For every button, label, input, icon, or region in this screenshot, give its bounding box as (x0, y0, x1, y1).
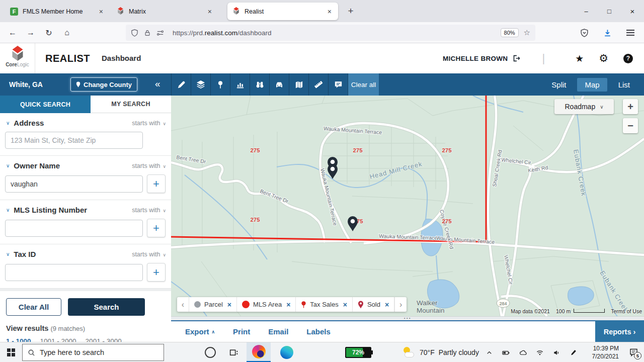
chip-mls-area[interactable]: MLS Area × (237, 297, 296, 312)
weather-widget[interactable]: 70°F Partly cloudy (403, 342, 479, 362)
reload-button[interactable]: ↻ (41, 25, 56, 40)
draw-pencil-icon[interactable] (172, 73, 191, 96)
add-owner-name-button[interactable]: + (147, 174, 166, 193)
operator-dropdown[interactable]: starts with∨ (132, 120, 166, 127)
permissions-icon[interactable] (156, 29, 164, 37)
chips-scroll-right[interactable]: › (394, 297, 407, 312)
operator-dropdown[interactable]: starts with∨ (132, 207, 166, 214)
collapse-sidebar-button[interactable]: « (155, 73, 160, 95)
window-close-button[interactable]: × (621, 0, 644, 22)
pin-drop-icon[interactable] (211, 73, 230, 96)
chevron-down-icon[interactable]: ∨ (6, 163, 10, 168)
add-mls-number-button[interactable]: + (147, 219, 166, 237)
cortana-button[interactable] (200, 342, 220, 362)
bookmark-star-icon[interactable]: ☆ (524, 28, 530, 37)
speaker-icon[interactable] (552, 349, 560, 356)
user-name[interactable]: MICHELLE BROWN (443, 55, 508, 62)
firefox-taskbar-button[interactable] (247, 342, 271, 362)
remove-chip-icon[interactable]: × (227, 301, 231, 309)
chip-parcel[interactable]: Parcel × (189, 297, 237, 312)
measure-ruler-icon[interactable] (309, 73, 329, 96)
drive-time-car-icon[interactable] (270, 73, 289, 96)
map-svg[interactable]: Bent Tree Dr Bent Tree Dr Wauka Mountain… (171, 96, 644, 316)
chip-sold[interactable]: Sold × (353, 297, 394, 312)
nav-dashboard[interactable]: Dashboard (102, 43, 141, 73)
view-list-button[interactable]: List (612, 78, 636, 92)
onedrive-cloud-icon[interactable] (519, 349, 527, 356)
chips-scroll-left[interactable]: ‹ (177, 297, 189, 312)
chip-tax-sales[interactable]: Tax Sales × (296, 297, 353, 312)
reports-button[interactable]: Reports› (595, 320, 644, 343)
view-map-button[interactable]: Map (577, 78, 607, 92)
zoom-out-button[interactable]: − (623, 118, 638, 133)
taskbar-clock[interactable]: 10:39 PM 7/20/2021 (583, 342, 619, 362)
tab-close-icon[interactable]: × (206, 8, 213, 16)
change-county-button[interactable]: Change County (70, 77, 137, 92)
tab-quick-search[interactable]: QUICK SEARCH (0, 96, 91, 113)
search-button[interactable]: Search (68, 298, 145, 316)
zoom-in-button[interactable]: + (623, 99, 638, 114)
zoom-level-badge[interactable]: 80% (501, 28, 519, 37)
chevron-down-icon[interactable]: ∨ (6, 120, 10, 126)
window-minimize-button[interactable]: – (575, 0, 598, 22)
folded-map-icon[interactable] (289, 73, 309, 96)
back-button[interactable]: ← (5, 25, 20, 40)
chevron-down-icon[interactable]: ∨ (6, 207, 10, 213)
tab-close-icon[interactable]: × (326, 8, 333, 16)
chevron-down-icon[interactable]: ∨ (6, 251, 10, 257)
favorites-star-icon[interactable]: ★ (575, 53, 584, 64)
url-bar[interactable]: https://prd.realist.com/dashboard 80% ☆ (126, 25, 535, 41)
binoculars-icon[interactable] (250, 73, 270, 96)
panel-splitter[interactable]: ⋯ (171, 316, 644, 320)
protections-shield-icon[interactable] (577, 25, 592, 40)
mls-number-input[interactable] (5, 220, 143, 237)
operator-dropdown[interactable]: starts with∨ (132, 251, 166, 258)
home-button[interactable]: ⌂ (59, 25, 74, 40)
url-text[interactable]: https://prd.realist.com/dashboard (173, 29, 272, 37)
task-view-button[interactable] (223, 342, 244, 362)
comment-bubble-icon[interactable] (329, 73, 348, 96)
chart-icon[interactable] (230, 73, 250, 96)
wifi-icon[interactable] (536, 349, 544, 356)
add-tax-id-button[interactable]: + (147, 263, 166, 282)
tab-fmls[interactable]: F FMLS Member Home × (5, 3, 110, 20)
clear-all-button[interactable]: Clear All (6, 298, 61, 316)
email-button[interactable]: Email (268, 327, 288, 336)
labels-button[interactable]: Labels (306, 327, 331, 336)
start-button[interactable] (0, 342, 22, 362)
print-button[interactable]: Print (233, 327, 250, 336)
basemap-selector[interactable]: Roadmap ∨ (554, 99, 614, 114)
tab-close-icon[interactable]: × (98, 8, 105, 16)
tab-matrix[interactable]: Matrix × (112, 3, 218, 20)
tray-expand-icon[interactable] (486, 349, 493, 356)
lock-icon[interactable] (144, 29, 151, 37)
layers-icon[interactable] (191, 73, 211, 96)
windows-ink-pen-icon[interactable] (569, 349, 577, 356)
new-tab-button[interactable]: + (344, 5, 357, 18)
battery-widget[interactable]: 72% (345, 347, 371, 358)
view-split-button[interactable]: Split (545, 78, 572, 92)
clear-all-layers-button[interactable]: Clear all (348, 73, 379, 96)
taskbar-search[interactable]: Type here to search (22, 344, 164, 361)
address-input[interactable] (5, 132, 143, 149)
remove-chip-icon[interactable]: × (343, 301, 347, 309)
action-center-button[interactable]: 5 (624, 342, 644, 362)
forward-button[interactable]: → (23, 25, 38, 40)
settings-gear-icon[interactable]: ⚙ (599, 52, 608, 64)
edge-taskbar-button[interactable] (276, 342, 298, 362)
tab-my-search[interactable]: MY SEARCH (91, 96, 171, 113)
tab-realist-active[interactable]: Realist × (227, 3, 338, 20)
logout-icon[interactable] (512, 54, 521, 63)
map-canvas[interactable]: Bent Tree Dr Bent Tree Dr Wauka Mountain… (171, 96, 644, 316)
terms-link[interactable]: Terms of Use (611, 308, 642, 314)
export-button[interactable]: Export∧ (185, 327, 215, 336)
shield-icon[interactable] (131, 29, 138, 37)
download-icon[interactable] (600, 25, 615, 40)
help-icon[interactable]: ? (623, 54, 633, 63)
remove-chip-icon[interactable]: × (286, 301, 290, 309)
owner-name-input[interactable] (5, 175, 143, 193)
operator-dropdown[interactable]: starts with∨ (132, 162, 166, 169)
corelogic-logo[interactable]: CoreLogic (0, 43, 35, 73)
remove-chip-icon[interactable]: × (385, 301, 389, 309)
tax-id-input[interactable] (5, 264, 143, 281)
